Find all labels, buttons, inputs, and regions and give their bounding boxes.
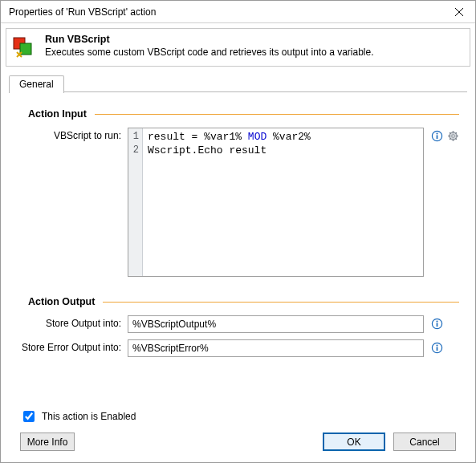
svg-line-16 [450,138,450,139]
tab-content: Action Input VBScript to run: 12 result … [1,92,475,462]
line-gutter: 12 [128,128,143,276]
line-number: 1 [130,130,139,144]
close-button[interactable] [443,1,475,23]
svg-line-14 [455,138,456,139]
code-text: Wscript.Echo result [148,144,266,156]
store-error-field[interactable] [128,339,424,357]
section-divider [95,114,459,115]
dialog-window: Properties of 'Run VBScript' action Run … [0,0,476,463]
section-divider [103,302,459,303]
more-info-button[interactable]: More Info [20,433,75,451]
vbscript-icon [12,35,36,59]
svg-line-15 [455,132,456,133]
info-icon [431,342,443,354]
section-title-output: Action Output [28,296,95,307]
settings-button[interactable] [446,129,459,142]
svg-point-5 [436,132,437,134]
vbscript-editor[interactable]: 12 result = %var1% MOD %var2% Wscript.Ec… [128,128,424,277]
cancel-button[interactable]: Cancel [393,433,456,451]
row-enabled: This action is Enabled [20,408,456,424]
gear-icon [447,130,459,142]
info-icon [431,130,443,142]
ok-button[interactable]: OK [323,433,385,451]
line-number: 2 [130,144,139,157]
info-button[interactable] [430,341,443,354]
svg-point-18 [436,320,437,322]
close-icon [455,8,463,16]
tab-divider [9,91,467,92]
section-action-input: Action Input [28,108,459,120]
enabled-label: This action is Enabled [42,411,136,422]
action-icon [11,34,37,59]
tab-strip: General [9,75,467,92]
titlebar: Properties of 'Run VBScript' action [1,1,475,23]
action-description: Executes some custom VBScript code and r… [45,47,374,58]
row-vbscript: VBScript to run: 12 result = %var1% MOD … [17,128,459,277]
code-keyword: MOD [248,131,266,143]
svg-rect-19 [436,323,437,327]
action-title: Run VBScript [45,34,110,45]
code-area[interactable]: result = %var1% MOD %var2% Wscript.Echo … [143,128,423,276]
code-text: result = %var1% [148,131,248,143]
svg-point-21 [436,344,437,346]
action-header-text: Run VBScript Executes some custom VBScri… [45,34,374,58]
label-store-output: Store Output into: [17,315,128,329]
svg-point-8 [451,134,454,136]
info-button[interactable] [430,317,443,330]
row-store-error: Store Error Output into: [17,339,459,357]
window-title: Properties of 'Run VBScript' action [9,6,443,18]
row-store-output: Store Output into: [17,315,459,333]
enabled-checkbox[interactable] [23,411,35,422]
button-bar: More Info OK Cancel [17,433,459,454]
svg-line-13 [450,132,450,133]
store-output-field[interactable] [128,315,424,333]
svg-rect-22 [436,347,437,351]
label-vbscript: VBScript to run: [17,128,128,141]
section-action-output: Action Output [28,296,459,307]
label-store-error: Store Error Output into: [17,339,128,353]
info-icon [431,318,443,330]
tab-general[interactable]: General [9,75,64,93]
section-title-input: Action Input [28,108,87,120]
info-button[interactable] [430,129,443,142]
action-header: Run VBScript Executes some custom VBScri… [6,28,470,67]
code-text: %var2% [266,131,311,143]
svg-rect-6 [436,135,437,139]
